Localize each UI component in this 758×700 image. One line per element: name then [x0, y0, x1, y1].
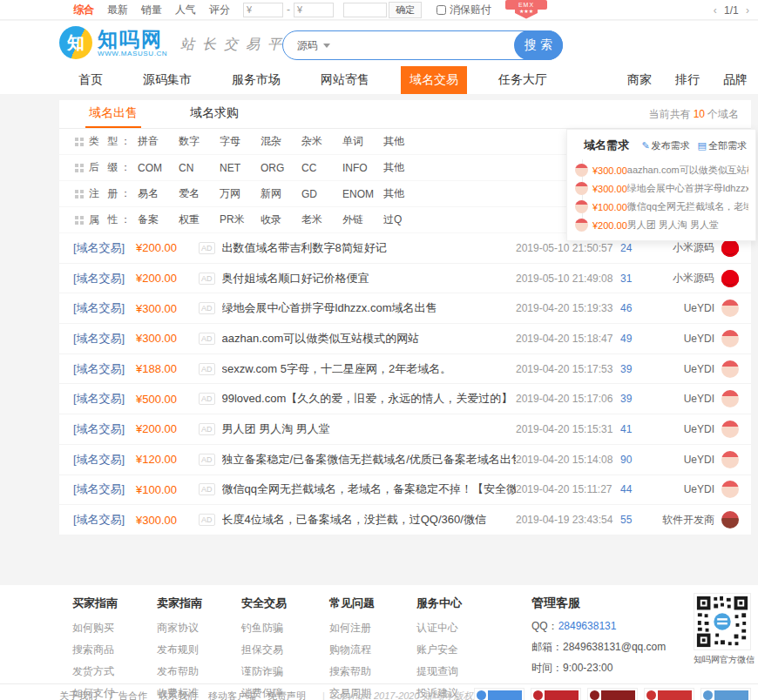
price-max-field[interactable]: ¥: [294, 3, 334, 17]
listing-row[interactable]: [域名交易]¥300.00AD长度4位域名，已备案域名，没拦截，过QQ/360/…: [59, 505, 751, 535]
nav-item[interactable]: 源码集市: [134, 66, 200, 94]
filter-option[interactable]: 爱名: [179, 186, 220, 201]
nav-item[interactable]: 首页: [70, 66, 112, 94]
footer-link[interactable]: 发布帮助: [157, 664, 241, 679]
demand-item[interactable]: ¥100.00微信qq全网无拦截域名，老域名，: [567, 198, 755, 216]
filter-option[interactable]: 数字: [179, 134, 220, 149]
qq-number-link[interactable]: 2849638131: [558, 620, 617, 632]
filter-option[interactable]: 混杂: [261, 134, 301, 149]
listing-title[interactable]: 微信qq全网无拦截域名，老域名，备案稳定不掉！【安全微信QQ无拦截】: [222, 481, 516, 497]
footer-link[interactable]: 搜索帮助: [329, 664, 416, 679]
listing-row[interactable]: [域名交易]¥100.00AD微信qq全网无拦截域名，老域名，备案稳定不掉！【安…: [59, 475, 751, 506]
footer-link[interactable]: 担保交易: [241, 643, 329, 657]
sort-option[interactable]: 人气: [175, 3, 196, 17]
filter-option[interactable]: CC: [301, 162, 342, 174]
sort-option[interactable]: 评分: [209, 3, 230, 17]
listing-title[interactable]: 长度4位域名，已备案域名，没拦截，过QQ/360/微信: [222, 512, 516, 528]
demand-item[interactable]: ¥300.00绿地会展中心首拼字母ldhzzx.com: [567, 179, 755, 198]
demand-item[interactable]: ¥300.00aazhan.com可以做类似互站模式的: [567, 161, 755, 179]
filter-option[interactable]: 杂米: [301, 134, 342, 149]
listing-row[interactable]: [域名交易]¥200.00AD男人团 男人淘 男人堂2019-04-20 15:…: [59, 414, 751, 445]
listing-row[interactable]: [域名交易]¥300.00AD绿地会展中心首拼字母ldhzzx.com域名出售2…: [59, 293, 751, 324]
listing-row[interactable]: [域名交易]¥300.00ADaazhan.com可以做类似互站模式的网站201…: [59, 324, 751, 354]
sort-option[interactable]: 销量: [141, 3, 162, 17]
listing-title[interactable]: 男人团 男人淘 男人堂: [222, 421, 516, 437]
footer-link[interactable]: 购物流程: [329, 643, 416, 657]
keyword-input[interactable]: [344, 3, 386, 17]
listing-title[interactable]: 独立备案稳定/已备案微信无拦截域名/优质已备案老域名出售: [222, 452, 516, 468]
footer-link[interactable]: 认证中心: [416, 621, 501, 636]
filter-option[interactable]: 万网: [220, 186, 261, 201]
sort-option[interactable]: 综合: [73, 3, 94, 17]
filter-option[interactable]: 字母: [220, 134, 261, 149]
footer-link[interactable]: 发货方式: [72, 664, 157, 679]
footer-link[interactable]: 发布规则: [157, 643, 241, 657]
listing-row[interactable]: [域名交易]¥500.00AD99loved.com【久久的爱，旧爱，永远的情人…: [59, 384, 751, 414]
bottom-link[interactable]: 移动客户端: [208, 690, 256, 700]
filter-option[interactable]: 备案: [138, 212, 179, 227]
filter-option[interactable]: 拼音: [138, 134, 179, 149]
filter-option[interactable]: 收录: [261, 212, 301, 227]
listing-row[interactable]: [域名交易]¥188.00ADsexzw.com 5字母，十二星座网，2年老域名…: [59, 354, 751, 385]
filter-option[interactable]: NET: [220, 162, 261, 174]
price-min-input[interactable]: [252, 4, 280, 15]
tab-domain-sell[interactable]: 域名出售: [85, 99, 141, 128]
bottom-link[interactable]: 免责声明: [267, 690, 306, 700]
listing-title[interactable]: sexzw.com 5字母，十二星座网，2年老域名。: [222, 361, 516, 377]
search-category-dropdown[interactable]: 源码: [283, 38, 335, 53]
filter-option[interactable]: ENOM: [342, 188, 383, 200]
insurance-checkbox-label[interactable]: 消保赔付: [437, 3, 491, 17]
listing-title[interactable]: aazhan.com可以做类似互站模式的网站: [222, 331, 516, 347]
listing-title[interactable]: 绿地会展中心首拼字母ldhzzx.com域名出售: [222, 300, 516, 316]
sort-option[interactable]: 最新: [107, 3, 128, 17]
filter-option[interactable]: 老米: [301, 212, 342, 227]
filter-option[interactable]: ORG: [261, 162, 301, 174]
filter-option[interactable]: 外链: [342, 212, 383, 227]
filter-option[interactable]: 过Q: [383, 212, 424, 227]
filter-option[interactable]: COM: [138, 162, 179, 174]
listing-title[interactable]: 出数值域名带吉利数字8简短好记: [222, 240, 516, 256]
footer-link[interactable]: 商家协议: [157, 621, 241, 636]
nav-right-item[interactable]: 品牌: [723, 72, 748, 88]
nav-item[interactable]: 任务大厅: [490, 66, 556, 94]
bottom-link[interactable]: 关于我们: [59, 690, 98, 700]
filter-option[interactable]: CN: [179, 162, 220, 174]
publish-demand-link[interactable]: ✎ 发布需求: [641, 139, 689, 152]
nav-item[interactable]: 网站寄售: [312, 66, 378, 94]
filter-option[interactable]: INFO: [342, 162, 383, 174]
filter-option[interactable]: 权重: [179, 212, 220, 227]
filter-option[interactable]: PR米: [220, 212, 261, 227]
nav-right-item[interactable]: 排行: [675, 72, 700, 88]
keyword-field[interactable]: [343, 3, 387, 17]
listing-title[interactable]: 奥付姐域名顺口好记价格便宜: [222, 271, 516, 286]
filter-option[interactable]: 其他: [383, 160, 424, 175]
confirm-button[interactable]: 确定: [389, 2, 422, 18]
demand-item[interactable]: ¥200.00男人团 男人淘 男人堂: [567, 216, 755, 234]
footer-link[interactable]: 账户安全: [416, 643, 501, 657]
filter-option[interactable]: 新网: [261, 186, 301, 201]
footer-link[interactable]: 钓鱼防骗: [241, 621, 329, 636]
price-max-input[interactable]: [302, 4, 330, 15]
insurance-checkbox[interactable]: [437, 5, 446, 15]
price-min-field[interactable]: ¥: [243, 3, 283, 17]
listing-row[interactable]: [域名交易]¥200.00AD奥付姐域名顺口好记价格便宜2019-05-10 2…: [59, 264, 751, 294]
all-demand-link[interactable]: ▤ 全部需求: [698, 139, 747, 152]
prev-page-arrow[interactable]: ‹: [714, 4, 717, 17]
filter-option[interactable]: 单词: [342, 134, 383, 149]
filter-option[interactable]: 其他: [383, 134, 424, 149]
search-input[interactable]: [335, 39, 514, 51]
next-page-arrow[interactable]: ›: [746, 4, 749, 17]
bottom-link[interactable]: 联系我们: [159, 690, 197, 700]
nav-right-item[interactable]: 商家: [627, 72, 652, 88]
listing-title[interactable]: 99loved.com【久久的爱，旧爱，永远的情人，关爱过的】: [222, 391, 516, 407]
bottom-link[interactable]: 广告合作: [109, 690, 147, 700]
footer-link[interactable]: 提现查询: [416, 664, 501, 679]
footer-link[interactable]: 谨防诈骗: [241, 664, 329, 679]
nav-item[interactable]: 服务市场: [223, 66, 289, 94]
filter-option[interactable]: 其他: [383, 186, 424, 201]
footer-link[interactable]: 如何购买: [72, 621, 157, 636]
footer-link[interactable]: 如何注册: [329, 621, 416, 636]
search-button[interactable]: 搜索: [514, 30, 563, 60]
footer-link[interactable]: 搜索商品: [72, 643, 157, 657]
listing-row[interactable]: [域名交易]¥120.00AD独立备案稳定/已备案微信无拦截域名/优质已备案老域…: [59, 445, 751, 475]
